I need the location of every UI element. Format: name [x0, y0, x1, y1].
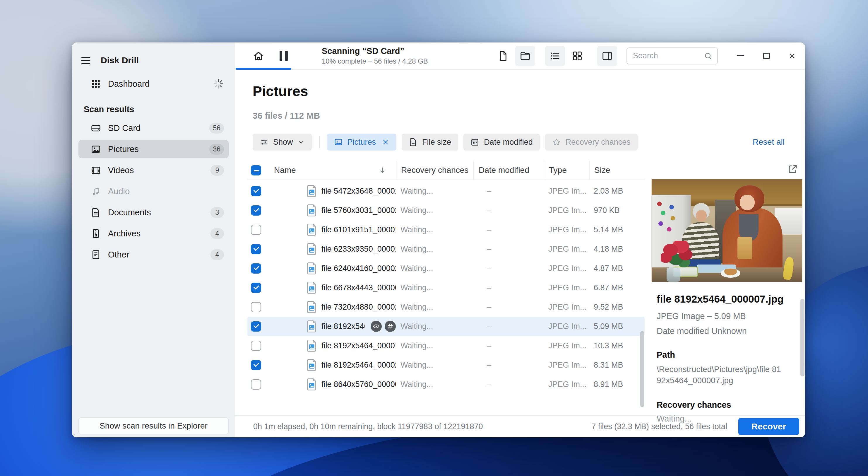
- file 8192x5464_000017...[interactable]: file 8192x5464_000017... Waiting... – JP…: [247, 336, 645, 355]
- file-name: file 8192x5464_000020...: [321, 361, 396, 370]
- minimize-button[interactable]: [728, 44, 753, 68]
- sidebar-item-label: Documents: [108, 208, 211, 217]
- scan-session-tab[interactable]: Scanning “SD Card” 10% complete – 56 fil…: [322, 46, 428, 65]
- file 8640x5760_000001...[interactable]: file 8640x5760_000001... Waiting... – JP…: [247, 375, 645, 394]
- sidebar-item-videos[interactable]: Videos 9: [79, 161, 229, 179]
- sort-descending-icon[interactable]: [378, 166, 386, 174]
- image-file-icon: [307, 339, 317, 352]
- row-checkbox[interactable]: [251, 302, 261, 312]
- file 7320x4880_000022...[interactable]: file 7320x4880_000022... Waiting... – JP…: [247, 297, 645, 317]
- recovery-chances-filter-chip[interactable]: Recovery chances: [545, 133, 638, 151]
- row-checkbox[interactable]: [251, 186, 261, 196]
- panel-scrollbar[interactable]: [800, 299, 804, 377]
- column-header-type[interactable]: Type: [544, 161, 589, 180]
- row-checkbox[interactable]: [251, 225, 261, 235]
- type-cell: JPEG Im...: [544, 283, 589, 292]
- recovery-chances-cell: Waiting...: [396, 264, 473, 273]
- row-checkbox[interactable]: [251, 244, 261, 254]
- home-icon: [253, 50, 264, 61]
- preview-panel-toggle-button[interactable]: [597, 46, 617, 66]
- row-badges: [371, 321, 396, 332]
- open-external-icon[interactable]: [787, 164, 798, 174]
- sidebar-item-audio[interactable]: Audio: [79, 182, 229, 200]
- recovery-chances-value: Waiting...: [657, 414, 795, 423]
- sidebar-item-dashboard[interactable]: Dashboard: [79, 75, 229, 93]
- list-scrollbar[interactable]: [640, 331, 644, 407]
- file 6233x9350_000019...[interactable]: file 6233x9350_000019... Waiting... – JP…: [247, 239, 645, 259]
- topbar: Scanning “SD Card” 10% complete – 56 fil…: [235, 42, 805, 70]
- content-area: Scanning “SD Card” 10% complete – 56 fil…: [235, 42, 805, 437]
- pictures-filter-chip[interactable]: Pictures: [327, 133, 397, 151]
- home-button[interactable]: [249, 46, 269, 66]
- search-input[interactable]: [633, 51, 704, 60]
- row-checkbox[interactable]: [251, 341, 261, 351]
- preview-date-modified: Date modified Unknown: [657, 326, 795, 336]
- row-checkbox[interactable]: [251, 379, 261, 390]
- menu-icon[interactable]: [80, 54, 92, 66]
- show-scan-results-in-explorer-button[interactable]: Show scan results in Explorer: [79, 417, 229, 435]
- row-checkbox[interactable]: [251, 360, 261, 370]
- date-modified-filter-chip[interactable]: Date modified: [463, 133, 540, 151]
- grid-view-button[interactable]: [567, 46, 587, 66]
- remove-filter-icon[interactable]: [382, 138, 390, 146]
- show-filter-dropdown[interactable]: Show: [253, 133, 312, 151]
- file 6678x4443_000008...[interactable]: file 6678x4443_000008... Waiting... – JP…: [247, 278, 645, 297]
- count-badge: 4: [211, 249, 224, 260]
- sidebar-item-sd-card[interactable]: SD Card 56: [79, 119, 229, 137]
- new-session-button[interactable]: [493, 46, 513, 66]
- spinner-icon: [213, 78, 224, 89]
- column-header-recovery-chances[interactable]: Recovery chances: [396, 161, 473, 180]
- scan-progress-text: 10% complete – 56 files / 4.28 GB: [322, 57, 428, 65]
- close-button[interactable]: [779, 44, 805, 68]
- recovery-chances-cell: Waiting...: [396, 322, 473, 331]
- count-badge: 36: [209, 144, 224, 155]
- row-checkbox[interactable]: [251, 205, 261, 216]
- pause-scan-button[interactable]: [274, 46, 293, 66]
- sidebar-item-icon: [91, 144, 101, 154]
- search-icon: [704, 52, 713, 60]
- folder-icon: [520, 50, 531, 61]
- file 5472x3648_000013...[interactable]: file 5472x3648_000013... Waiting... – JP…: [247, 181, 645, 201]
- maximize-button[interactable]: [753, 44, 779, 68]
- column-header-date-modified[interactable]: Date modified: [473, 161, 544, 180]
- type-cell: JPEG Im...: [544, 187, 589, 196]
- app-title: Disk Drill: [101, 55, 139, 65]
- sidebar-item-archives[interactable]: Archives 4: [79, 225, 229, 242]
- hex-hash-icon: [385, 321, 396, 332]
- column-header-size[interactable]: Size: [589, 161, 645, 180]
- row-checkbox[interactable]: [251, 321, 261, 332]
- sidebar-item-documents[interactable]: Documents 3: [79, 203, 229, 221]
- column-header-name[interactable]: Name: [274, 166, 296, 175]
- file 8192x546...[interactable]: file 8192x546... Waiting... – JPEG Im...…: [247, 317, 645, 336]
- chevron-down-icon: [298, 139, 305, 146]
- reset-all-link[interactable]: Reset all: [753, 138, 784, 147]
- image-file-icon: [307, 262, 317, 274]
- preview-image[interactable]: [651, 179, 802, 282]
- file-name: file 6101x9151_000011...: [321, 225, 396, 234]
- size-cell: 4.87 MB: [589, 264, 645, 273]
- filter-divider: [319, 136, 320, 148]
- image-file-icon: [307, 378, 317, 390]
- file 6240x4160_000021...[interactable]: file 6240x4160_000021... Waiting... – JP…: [247, 259, 645, 278]
- file-size-filter-chip[interactable]: File size: [402, 133, 458, 151]
- open-folder-button[interactable]: [515, 46, 535, 66]
- type-cell: JPEG Im...: [544, 361, 589, 370]
- sidebar-item-pictures[interactable]: Pictures 36: [79, 140, 229, 158]
- select-all-checkbox[interactable]: [251, 165, 261, 175]
- image-file-icon: [307, 281, 317, 294]
- image-file-icon: [307, 320, 317, 332]
- image-file-icon: [307, 301, 317, 313]
- list-view-button[interactable]: [545, 46, 565, 66]
- hero: Pictures 36 files / 112 MB Show Pictures…: [235, 70, 805, 161]
- image-file-icon: [307, 224, 317, 236]
- sidebar-item-icon: [91, 249, 101, 260]
- file 8192x5464_000020...[interactable]: file 8192x5464_000020... Waiting... – JP…: [247, 355, 645, 375]
- row-checkbox[interactable]: [251, 283, 261, 293]
- file 5760x3031_000025...[interactable]: file 5760x3031_000025... Waiting... – JP…: [247, 201, 645, 220]
- maximize-icon: [763, 53, 770, 59]
- sidebar-item-other[interactable]: Other 4: [79, 245, 229, 264]
- row-checkbox[interactable]: [251, 263, 261, 274]
- file 6101x9151_000011...[interactable]: file 6101x9151_000011... Waiting... – JP…: [247, 220, 645, 239]
- list-view-icon: [550, 50, 561, 61]
- search-box[interactable]: [626, 48, 718, 64]
